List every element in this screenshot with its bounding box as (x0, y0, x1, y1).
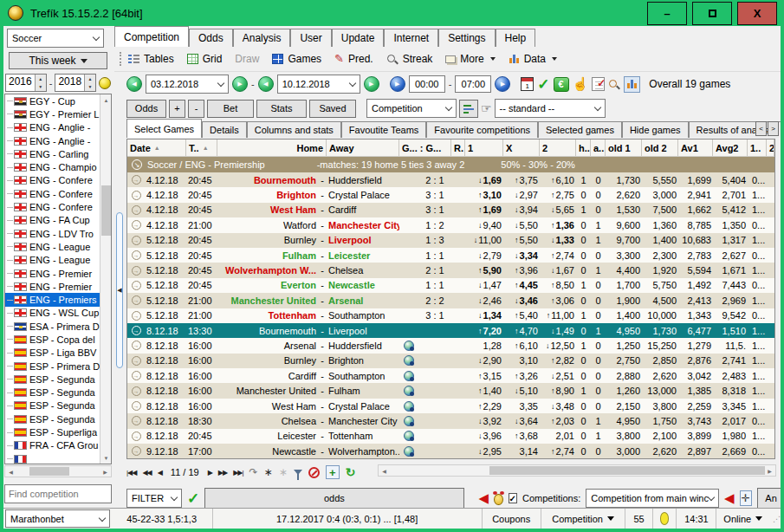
internet-odds-icon[interactable] (404, 446, 414, 457)
time-from-field[interactable]: 00:00 (409, 75, 445, 93)
coupons-button[interactable]: Coupons (483, 509, 541, 529)
date-from-select[interactable]: 03.12.2018 (146, 75, 229, 94)
tab-details[interactable]: Details (202, 121, 247, 138)
competitions-select[interactable]: Competition from main winc (586, 489, 719, 508)
table-row[interactable]: →4.12.1820:45West Ham-Cardiff3 : 1↑1,69↓… (127, 203, 774, 217)
internet-odds-icon[interactable] (404, 371, 414, 381)
open-game-icon[interactable]: → (132, 236, 141, 245)
tab-scroll-right-button[interactable]: > (768, 121, 779, 136)
new-record-icon[interactable]: ∗ (264, 466, 273, 478)
view-mode-select[interactable]: Competition (366, 99, 457, 118)
next-date-button[interactable]: ▶ (232, 76, 248, 92)
open-game-icon[interactable]: → (132, 431, 141, 441)
redo-icon[interactable]: ↷ (249, 466, 258, 478)
menu-tab-user[interactable]: User (290, 29, 331, 47)
menu-tab-help[interactable]: Help (496, 29, 536, 47)
maximize-button[interactable] (692, 2, 732, 25)
competition-item[interactable] (5, 452, 100, 464)
scroll-left-icon[interactable]: ◀ (379, 465, 390, 476)
toolbar-tables[interactable]: Tables (128, 53, 174, 65)
table-row[interactable]: →8.12.1813:30Bournemouth-Liverpool↑7,20↑… (127, 323, 774, 338)
back-arrow-icon[interactable]: ◀ (478, 492, 489, 504)
competition-item[interactable]: ESP - Superliga (5, 425, 100, 438)
bookmaker-select[interactable]: Marathonbet (5, 509, 110, 528)
spinner-buttons[interactable]: ▲▼ (84, 75, 95, 91)
filter-select[interactable]: FILTER (126, 489, 182, 508)
checklist-icon[interactable] (592, 77, 605, 91)
internet-odds-icon[interactable] (404, 355, 414, 366)
open-game-icon[interactable]: → (132, 326, 141, 335)
competition-item[interactable]: ENG - Confere (5, 174, 100, 187)
column-header-away[interactable]: Away (327, 139, 399, 156)
competition-item[interactable]: ESP - Segunda (5, 386, 100, 399)
alarm-icon[interactable] (494, 494, 503, 505)
competition-item[interactable]: ENG - Premier (5, 267, 100, 280)
toolbar-more[interactable]: More (445, 53, 495, 65)
table-row[interactable]: →4.12.1821:00Watford-Manchester City1 : … (127, 217, 774, 232)
menu-tab-analysis[interactable]: Analysis (233, 29, 291, 47)
table-hscrollbar[interactable]: ◀ ▶ (378, 464, 776, 477)
internet-odds-icon[interactable] (404, 416, 414, 426)
open-game-icon[interactable]: → (132, 266, 141, 276)
time-to-button[interactable]: ▶ (495, 76, 510, 92)
table-row[interactable]: →5.12.1820:45Burnley-Liverpool1 : 3↓11,0… (127, 233, 774, 248)
filter-funnel-icon[interactable] (294, 470, 302, 475)
table-row[interactable]: →8.12.1820:45Leicester-Tottenham↓3,96↑3,… (127, 429, 774, 444)
competition-item[interactable]: ESP - Primera D (5, 360, 100, 373)
cancel-filter-icon[interactable] (308, 467, 320, 478)
tab-selected-games[interactable]: Selected games (538, 121, 622, 138)
competition-item[interactable]: ENG - Carling (5, 147, 100, 160)
table-row[interactable]: →8.12.1816:00West Ham-Crystal Palace↑2,2… (127, 399, 774, 413)
collapse-group-icon[interactable]: ↘ (132, 159, 142, 170)
column-header-r[interactable]: R. (451, 139, 465, 156)
prev-date-button[interactable]: ◀ (126, 76, 142, 92)
nav-first-button[interactable]: |◀◀ (126, 469, 136, 477)
open-game-icon[interactable]: → (132, 250, 141, 260)
prev-date-button-2[interactable]: ◀ (258, 76, 274, 92)
chart-toggle-button[interactable] (624, 76, 640, 93)
scroll-left-icon[interactable]: ◀ (5, 466, 16, 477)
competition-status-button[interactable]: Competition (541, 509, 625, 529)
internet-odds-icon[interactable] (404, 401, 414, 412)
bet-button[interactable]: Bet (207, 100, 254, 118)
table-row[interactable]: →8.12.1816:00Manchester United-Fulham↑1,… (127, 383, 774, 398)
table-row[interactable]: →5.12.1820:45Everton-Newcastle1 : 1↓1,47… (127, 278, 774, 293)
competition-item[interactable]: ENG - Champio (5, 160, 100, 173)
apply-filter-check-icon[interactable]: ✓ (187, 491, 199, 506)
competition-item[interactable]: ENG - Premiers (5, 293, 100, 306)
competition-item[interactable]: EGY - Cup (5, 94, 100, 107)
table-row[interactable]: →8.12.1816:00Arsenal-Huddersfield1,28↑6,… (127, 338, 774, 353)
scroll-down-icon[interactable]: ▼ (100, 452, 112, 464)
open-game-icon[interactable]: → (132, 205, 141, 215)
column-header-h[interactable]: h.. (576, 139, 591, 156)
toolbar-data[interactable]: Data (509, 53, 557, 65)
open-game-icon[interactable]: → (132, 295, 141, 305)
table-row[interactable]: →5.12.1820:45Fulham-Leicester1 : 1↓2,79↓… (127, 248, 774, 263)
open-game-icon[interactable]: → (132, 416, 141, 425)
table-row[interactable]: →5.12.1821:00Tottenham-Southampton3 : 1↓… (127, 308, 774, 323)
menu-tab-update[interactable]: Update (332, 29, 385, 47)
nav-last-button[interactable]: ▶▶| (233, 469, 243, 477)
open-game-icon[interactable]: → (132, 371, 141, 380)
refresh-icon[interactable]: ↻ (346, 465, 356, 479)
table-row[interactable]: →9.12.1817:00Newcastle-Wolverhampton...↓… (127, 444, 774, 458)
tab-select-games[interactable]: Select Games (126, 119, 202, 138)
resize-grip[interactable]: ⋰ (773, 515, 781, 523)
competition-item[interactable]: ESA - Primera D (5, 320, 100, 333)
competition-item[interactable]: ENG - Anglie - (5, 121, 100, 134)
toolbar-games[interactable]: Games (272, 53, 321, 65)
year-from-spinner[interactable]: 2016 ▲▼ (5, 74, 47, 92)
competition-list-hscrollbar[interactable]: ◀ ▶ (4, 465, 112, 477)
competition-item[interactable]: ENG - FA Cup (5, 214, 100, 227)
nav-next-fast-button[interactable]: ▶▶ (218, 469, 227, 477)
date-to-select[interactable]: 10.12.2018 (277, 75, 360, 94)
back-arrow-icon-2[interactable]: ◀ (724, 492, 735, 504)
competition-item[interactable]: FRA - CFA Grou (5, 439, 100, 452)
stats-button[interactable]: Stats (256, 100, 307, 118)
group-row[interactable]: ↘ Soccer / ENG - Premiership -matches: 1… (127, 157, 774, 172)
table-row[interactable]: →8.12.1816:00Burnley-Brighton↓2,903,10↑2… (127, 354, 774, 368)
item-button[interactable]: + (169, 100, 185, 118)
internet-odds-icon[interactable] (404, 341, 414, 351)
tab-columns-and-stats[interactable]: Columns and stats (247, 121, 341, 138)
scroll-right-icon[interactable]: ▶ (764, 465, 775, 476)
